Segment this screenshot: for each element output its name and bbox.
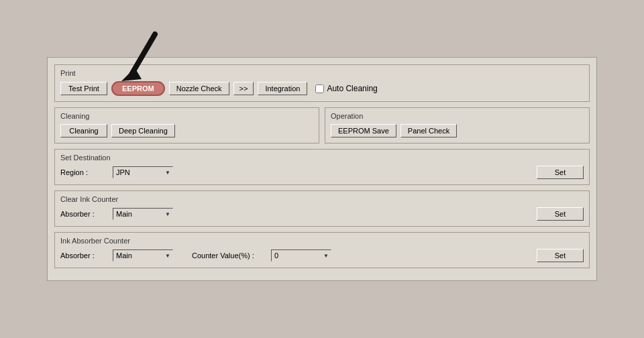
integration-button[interactable]: Integration xyxy=(258,82,307,95)
set-destination-set-button[interactable]: Set xyxy=(537,166,584,179)
counter-value-label: Counter Value(%) : xyxy=(192,251,266,260)
absorber-label-1: Absorber : xyxy=(60,210,107,218)
test-print-button[interactable]: Test Print xyxy=(60,82,107,95)
region-label: Region : xyxy=(60,168,107,176)
auto-cleaning-checkbox[interactable] xyxy=(315,84,324,93)
ink-absorber-set-button[interactable]: Set xyxy=(537,249,584,262)
clear-ink-counter-label: Clear Ink Counter xyxy=(60,195,584,203)
nozzle-check-button[interactable]: Nozzle Check xyxy=(169,82,229,95)
ink-absorber-counter-label: Ink Absorber Counter xyxy=(60,237,584,245)
cleaning-button[interactable]: Cleaning xyxy=(60,124,107,137)
set-destination-label: Set Destination xyxy=(60,154,584,162)
absorber-label-2: Absorber : xyxy=(60,251,107,260)
region-select[interactable]: JPN USA EUR xyxy=(113,166,173,178)
absorber-select-wrapper-1[interactable]: Main Sub xyxy=(113,208,173,220)
counter-select[interactable]: 0 10 20 50 100 xyxy=(271,249,331,262)
set-destination-section: Set Destination Region : JPN USA EUR Set xyxy=(54,149,590,185)
region-select-wrapper[interactable]: JPN USA EUR xyxy=(113,166,173,178)
ink-absorber-counter-section: Ink Absorber Counter Absorber : Main Sub… xyxy=(54,232,590,268)
clear-ink-set-button[interactable]: Set xyxy=(537,207,584,221)
svg-line-0 xyxy=(131,34,155,74)
panel-check-button[interactable]: Panel Check xyxy=(400,124,457,137)
counter-select-wrapper[interactable]: 0 10 20 50 100 xyxy=(271,249,331,262)
absorber-select-2[interactable]: Main Sub xyxy=(113,249,173,262)
absorber-select-wrapper-2[interactable]: Main Sub xyxy=(113,249,173,262)
cleaning-section: Cleaning Cleaning Deep Cleaning xyxy=(54,107,319,144)
print-label: Print xyxy=(60,69,584,77)
print-section: Print Test Print EEPROM Nozzle Check >> … xyxy=(54,64,590,102)
operation-section: Operation EEPROM Save Panel Check xyxy=(325,107,590,144)
clear-ink-counter-section: Clear Ink Counter Absorber : Main Sub Se… xyxy=(54,190,590,227)
operation-label: Operation xyxy=(331,112,584,120)
deep-cleaning-button[interactable]: Deep Cleaning xyxy=(111,124,175,137)
auto-cleaning-label: Auto Cleaning xyxy=(327,84,377,93)
cleaning-label: Cleaning xyxy=(60,112,313,120)
eeprom-button[interactable]: EEPROM xyxy=(111,81,165,96)
eeprom-save-button[interactable]: EEPROM Save xyxy=(331,124,396,137)
absorber-select-1[interactable]: Main Sub xyxy=(113,208,173,220)
chevron-button[interactable]: >> xyxy=(233,82,254,95)
